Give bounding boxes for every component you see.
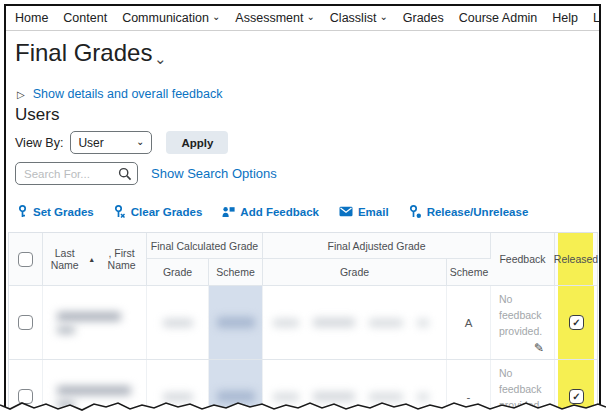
- redacted-value: [313, 318, 355, 327]
- calc-grade-subheader: Grade: [147, 259, 209, 286]
- select-all-cell: [9, 233, 43, 286]
- search-row: Show Search Options: [15, 162, 277, 185]
- search-icon[interactable]: [118, 167, 132, 181]
- release-unrelease-icon: [409, 205, 422, 218]
- clear-grades-button[interactable]: Clear Grades: [114, 205, 203, 218]
- screenshot-frame: Home Content Communication⌄ Assessment⌄ …: [4, 4, 601, 415]
- chevron-down-icon: ⌄: [212, 12, 220, 22]
- torn-edge-decoration: [0, 394, 606, 420]
- chevron-down-icon: ⌄: [379, 12, 387, 22]
- nav-item-content[interactable]: Content: [63, 11, 107, 25]
- email-button[interactable]: Email: [339, 206, 389, 218]
- calc-grade-cell: [147, 286, 209, 359]
- nav-item-links[interactable]: Links: [593, 11, 601, 25]
- email-icon: [339, 206, 353, 217]
- expand-triangle-icon: ▷: [17, 89, 25, 100]
- view-by-row: View By: User ⌄ Apply: [15, 131, 228, 154]
- redacted-value: [417, 319, 429, 327]
- show-details-toggle[interactable]: ▷ Show details and overall feedback: [17, 87, 222, 101]
- table-row: A No feedback provided. ✎ ✓: [9, 286, 597, 360]
- nav-item-assessment[interactable]: Assessment⌄: [235, 11, 314, 25]
- row-checkbox[interactable]: [18, 315, 33, 330]
- nav-item-home[interactable]: Home: [15, 11, 48, 25]
- calc-grade-group-header: Final Calculated Grade: [147, 233, 263, 259]
- clear-grades-icon: [114, 205, 126, 218]
- redacted-grade: [163, 319, 193, 327]
- show-search-options-link[interactable]: Show Search Options: [151, 166, 277, 181]
- calc-scheme-cell: [209, 286, 263, 359]
- grades-table: Last Name ▲ , First Name Final Calculate…: [8, 232, 598, 415]
- edit-feedback-icon[interactable]: ✎: [534, 341, 544, 355]
- feedback-cell: No feedback provided. ✎: [491, 286, 555, 359]
- view-by-select[interactable]: User ⌄: [70, 131, 152, 154]
- release-unrelease-button[interactable]: Release/Unrelease: [409, 205, 529, 218]
- nav-item-classlist[interactable]: Classlist⌄: [330, 11, 388, 25]
- feedback-column-header: Feedback: [491, 233, 555, 286]
- redacted-value: [369, 319, 403, 327]
- adj-grade-subheader: Grade: [263, 259, 447, 286]
- users-heading: Users: [15, 105, 59, 125]
- nav-item-grades[interactable]: Grades: [403, 11, 444, 25]
- view-by-selected-value: User: [78, 136, 103, 150]
- top-navbar: Home Content Communication⌄ Assessment⌄ …: [6, 6, 599, 31]
- search-input[interactable]: [16, 163, 114, 184]
- table-header: Last Name ▲ , First Name Final Calculate…: [9, 233, 597, 286]
- adj-grade-cell[interactable]: [263, 286, 447, 359]
- redacted-value: [273, 319, 299, 327]
- grades-toolbar: Set Grades Clear Grades Add Feedback: [17, 205, 528, 218]
- adj-grade-group-header: Final Adjusted Grade: [263, 233, 491, 259]
- show-details-link: Show details and overall feedback: [33, 87, 223, 101]
- nav-item-course-admin[interactable]: Course Admin: [459, 11, 538, 25]
- set-grades-icon: [17, 205, 28, 218]
- nav-item-help[interactable]: Help: [552, 11, 578, 25]
- sort-ascending-icon: ▲: [88, 256, 95, 263]
- student-name-cell: [43, 286, 147, 359]
- view-by-label: View By:: [15, 136, 63, 150]
- apply-button[interactable]: Apply: [166, 131, 228, 154]
- chevron-down-icon: ⌄: [306, 12, 314, 22]
- nav-item-communication[interactable]: Communication⌄: [122, 11, 220, 25]
- released-cell: ✓: [555, 286, 598, 359]
- released-column-header: Released: [555, 233, 598, 286]
- redacted-name: [57, 312, 121, 321]
- redacted-name-line2: [57, 326, 75, 334]
- calc-scheme-subheader: Scheme: [209, 259, 263, 286]
- released-checkbox[interactable]: ✓: [569, 315, 584, 330]
- search-box: [15, 162, 138, 185]
- title-dropdown-icon[interactable]: ⌄: [154, 50, 167, 68]
- name-column-header[interactable]: Last Name ▲ , First Name: [43, 233, 147, 286]
- add-feedback-icon: [222, 205, 235, 218]
- row-select-cell: [9, 286, 43, 359]
- set-grades-button[interactable]: Set Grades: [17, 205, 94, 218]
- redacted-scheme: [217, 317, 255, 328]
- select-all-checkbox[interactable]: [18, 252, 33, 267]
- adj-scheme-cell: A: [447, 286, 491, 359]
- chevron-down-icon: ⌄: [136, 136, 144, 147]
- page-title: Final Grades: [15, 39, 152, 67]
- add-feedback-button[interactable]: Add Feedback: [222, 205, 319, 218]
- adj-scheme-subheader: Scheme: [447, 259, 491, 286]
